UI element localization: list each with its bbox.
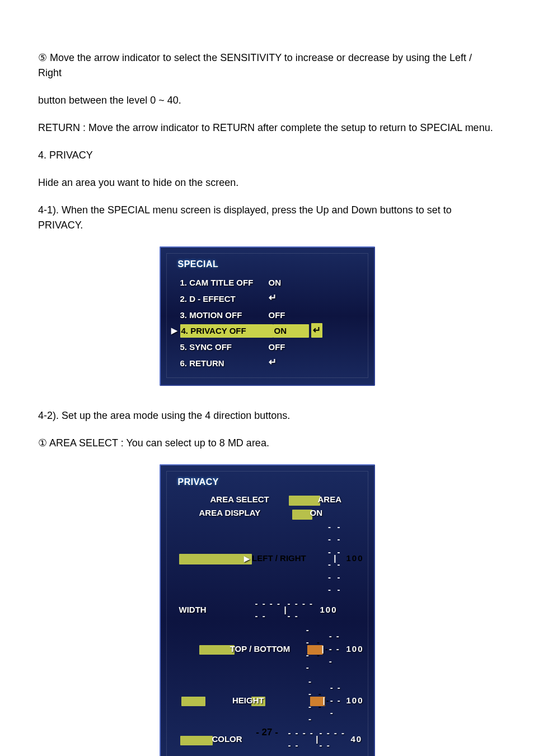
slider: - - - - - -|- - - - - - 100 xyxy=(328,521,364,596)
selection-arrow-icon: ▶ xyxy=(244,553,252,564)
osd-row-motion: 3. MOTION OFF OFF xyxy=(170,307,364,323)
osd-row-area-select: AREA SELECT AREA xyxy=(170,493,364,507)
enter-icon: ↵ xyxy=(299,753,307,756)
osd-row-return: RETURN ↵ xyxy=(170,753,364,756)
osd-row-area-display: AREA DISPLAY ON xyxy=(170,506,364,520)
body-text: button between the level 0 ~ 40. xyxy=(38,93,496,108)
section-heading: 4. PRIVACY xyxy=(38,148,496,163)
slider: - - - - - -|- - - - - - 40 xyxy=(288,727,364,752)
osd-row-privacy: ▶ 4. PRIVACY OFF ON ↵ xyxy=(170,323,364,339)
osd-row-top-bottom: TOP / BOTTOM - - - -- -|-- - - - - 100 xyxy=(170,623,364,675)
osd-title: SPECIAL xyxy=(178,259,364,269)
body-text: ① AREA SELECT : You can select up to 8 M… xyxy=(38,436,496,451)
slider: - - - -- -|-- - - - - 100 xyxy=(306,624,364,674)
slider: - - - -- -|-- - - - - 100 xyxy=(308,675,364,726)
osd-row-width: WIDTH - - - - - -|- - - - - - 100 xyxy=(170,597,364,623)
selection-arrow-icon: ▶ xyxy=(171,325,180,337)
body-text: 4-2). Set up the area mode using the 4 d… xyxy=(38,408,496,423)
body-text: RETURN : Move the arrow indicator to RET… xyxy=(38,120,496,136)
osd-privacy-menu: PRIVACY AREA SELECT AREA AREA DISPLAY ON… xyxy=(160,464,375,756)
osd-title: PRIVACY xyxy=(178,477,364,487)
enter-icon: ↵ xyxy=(269,291,277,305)
osd-row-height: HEIGHT - - - -- -|-- - - - - 100 xyxy=(170,675,364,726)
enter-icon: ↵ xyxy=(269,355,277,370)
osd-row-cam-title: 1. CAM TITLE OFF ON xyxy=(170,275,364,290)
osd-row-left-right: ▶ LEFT / RIGHT - - - - - -|- - - - - - 1… xyxy=(170,520,364,597)
enter-icon: ↵ xyxy=(311,323,322,338)
body-text: Hide an area you want to hide on the scr… xyxy=(38,175,496,190)
osd-special-menu: SPECIAL 1. CAM TITLE OFF ON 2. D - EFFEC… xyxy=(160,246,375,386)
osd-row-return: 6. RETURN ↵ xyxy=(170,354,364,371)
slider: - - - - - -|- - - - - - 100 xyxy=(255,598,338,623)
osd-row-sync: 5. SYNC OFF OFF xyxy=(170,339,364,354)
osd-row-d-effect: 2. D - EFFECT ↵ xyxy=(170,290,364,307)
body-text: 4-1). When the SPECIAL menu screen is di… xyxy=(38,203,496,233)
body-text: ⑤ Move the arrow indicator to select the… xyxy=(38,50,496,81)
